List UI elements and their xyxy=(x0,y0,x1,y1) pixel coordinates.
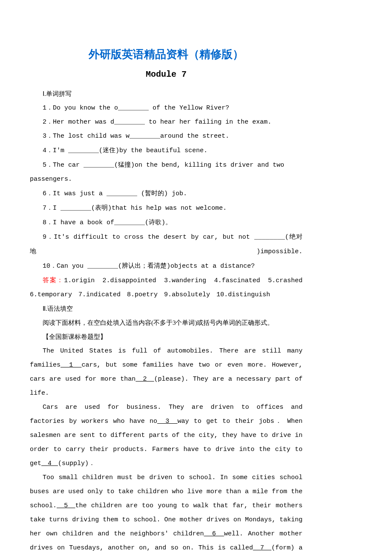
question-5: 5．The car ________(猛撞)on the bend, killi… xyxy=(30,158,303,186)
q5-cn: 猛撞 xyxy=(118,161,131,168)
section-2-desc: 阅读下面材料，在空白处填入适当内容(不多于3个单词)或括号内单词的正确形式。 xyxy=(30,316,303,330)
passage-para-1: The United States is full of automobiles… xyxy=(30,344,303,400)
q8-cn: 诗歌 xyxy=(149,219,161,225)
q10-part-a: 10．Can you ________( xyxy=(43,263,122,270)
question-7: 7．I ________(表明)that his help was not we… xyxy=(30,201,303,215)
section-2-heading: Ⅱ.语法填空 xyxy=(30,302,303,316)
answers-block: 答案：1.origin 2.disappointed 3.wandering 4… xyxy=(30,273,303,302)
passage-para-3: Too small children must be driven to sch… xyxy=(30,471,303,555)
q6-part-a: 6．It was just a ________ ( xyxy=(43,190,145,197)
question-6: 6．It was just a ________ (暂时的) job. xyxy=(30,186,303,201)
q8-part-a: 8．I have a book of________( xyxy=(43,219,149,226)
sub-title: Module 7 xyxy=(30,69,303,79)
question-1: 1．Do you know the o________ of the Yello… xyxy=(30,101,303,115)
question-2: 2．Her mother was d________ to hear her f… xyxy=(30,115,303,129)
blank-3: 3 xyxy=(157,418,178,425)
q6-part-b: ) job. xyxy=(164,190,187,197)
blank-6: 6 xyxy=(204,530,224,538)
q4-cn: 迷住 xyxy=(103,147,115,153)
blank-2: 2 xyxy=(135,376,154,383)
p2-c: (supply)． xyxy=(58,460,95,467)
q10-part-b: )objects at a distance? xyxy=(167,263,255,270)
blank-4: 4 xyxy=(41,460,58,467)
q9-part-a: 9．It's difficult to cross the desert by … xyxy=(43,234,289,241)
question-3: 3．The lost child was w________around the… xyxy=(30,129,303,143)
question-9: 9．It's difficult to cross the desert by … xyxy=(30,230,303,259)
section-1-heading: Ⅰ.单词拼写 xyxy=(30,87,303,101)
main-title: 外研版英语精品资料（精修版） xyxy=(30,47,303,62)
answers-body: 1.origin 2.disappointed 3.wandering 4.fa… xyxy=(30,277,309,298)
q6-cn: 暂时的 xyxy=(145,190,164,197)
q8-part-b: )。 xyxy=(161,219,172,226)
document-page: 外研版英语精品资料（精修版） Module 7 Ⅰ.单词拼写 1．Do you … xyxy=(0,0,332,555)
q10-cn: 辨认出；看清楚 xyxy=(122,262,167,269)
passage-para-2: Cars are used for business. They are dri… xyxy=(30,400,303,471)
blank-7: 7 xyxy=(253,544,271,552)
question-4: 4．I'm ________(迷住)by the beautiful scene… xyxy=(30,143,303,158)
q9-part-b: )impossible. xyxy=(257,248,303,255)
blank-5: 5 xyxy=(57,502,75,509)
q7-part-b: )that his help was not welcome. xyxy=(108,205,227,212)
answers-label: 答案： xyxy=(43,277,64,283)
q4-part-a: 4．I'm ________( xyxy=(43,147,103,154)
question-8: 8．I have a book of________(诗歌)。 xyxy=(30,215,303,230)
q7-cn: 表明 xyxy=(95,204,108,211)
q5-part-a: 5．The car ________( xyxy=(43,162,118,169)
q4-part-b: )by the beautiful scene. xyxy=(115,147,208,154)
question-10: 10．Can you ________(辨认出；看清楚)objects at a… xyxy=(30,259,303,273)
q7-part-a: 7．I ________( xyxy=(43,205,95,212)
blank-1: 1 xyxy=(61,361,81,369)
section-2-tag: 【全国新课标卷题型】 xyxy=(30,330,303,344)
